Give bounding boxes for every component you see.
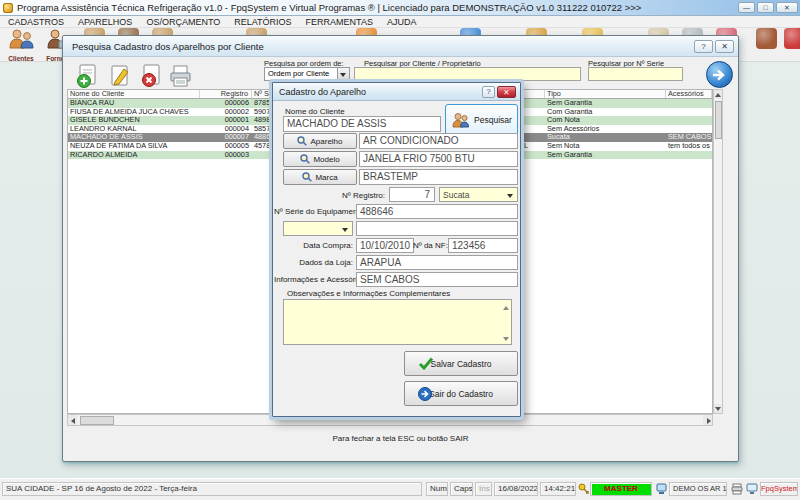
tipo-select[interactable]: Sucata bbox=[439, 187, 518, 202]
client-name-label: Nome do Cliente bbox=[285, 107, 345, 116]
dialog-help-button[interactable]: ? bbox=[482, 86, 495, 98]
table-cell-acessorios bbox=[666, 125, 712, 134]
table-cell-acessorios bbox=[666, 116, 712, 125]
data-compra-input[interactable]: 10/10/2010 bbox=[356, 238, 414, 253]
exit-button[interactable]: Sair do Cadastro bbox=[404, 381, 518, 406]
table-cell-name: RICARDO ALMEIDA bbox=[68, 151, 200, 160]
serie-input[interactable]: 488646 bbox=[356, 204, 518, 219]
save-button[interactable]: Salvar Cadastro bbox=[404, 351, 518, 376]
menu-ferramentas[interactable]: FERRAMENTAS bbox=[306, 17, 373, 27]
check-icon bbox=[418, 357, 434, 370]
modelo-lookup-button[interactable]: Modelo bbox=[283, 151, 357, 167]
vertical-scroll-thumb[interactable] bbox=[715, 101, 722, 139]
print-icon[interactable] bbox=[167, 63, 193, 89]
textarea-scroll-down-icon[interactable] bbox=[503, 337, 509, 341]
textarea-scroll-up-icon[interactable] bbox=[503, 306, 509, 310]
close-button[interactable]: ✕ bbox=[776, 2, 798, 13]
magnifier-icon bbox=[302, 172, 312, 182]
toolbar-clientes-label: Clientes bbox=[6, 55, 36, 62]
edit-record-icon[interactable] bbox=[107, 63, 133, 89]
toolbar-icon[interactable] bbox=[784, 28, 800, 49]
menu-ajuda[interactable]: AJUDA bbox=[387, 17, 417, 27]
app-titlebar[interactable]: Programa Assistência Técnica Refrigeraçã… bbox=[0, 0, 800, 16]
exit-arrow-icon bbox=[418, 387, 432, 401]
column-header[interactable]: Registro bbox=[200, 90, 252, 98]
table-cell-tipo: Com Garantia bbox=[545, 108, 666, 117]
column-header[interactable]: Nome do Cliente bbox=[68, 90, 200, 98]
search-window-titlebar[interactable]: Pesquisa Cadastro dos Aparelhos por Clie… bbox=[63, 36, 738, 57]
table-cell-name: LEANDRO KARNAL bbox=[68, 125, 200, 134]
obs-textarea[interactable] bbox=[283, 299, 512, 345]
toolbar-icon[interactable] bbox=[756, 28, 777, 49]
column-header[interactable]: Tipo bbox=[545, 90, 666, 98]
extra-select[interactable] bbox=[283, 221, 353, 236]
scroll-up-icon[interactable] bbox=[714, 90, 722, 99]
status-time: 14:42:21 bbox=[540, 482, 576, 496]
magnifier-icon bbox=[300, 154, 310, 164]
search-serial-input[interactable] bbox=[588, 67, 683, 81]
table-vertical-scrollbar[interactable] bbox=[713, 89, 723, 414]
scroll-down-icon[interactable] bbox=[714, 404, 722, 413]
scroll-right-icon[interactable] bbox=[703, 415, 712, 425]
search-go-button[interactable] bbox=[706, 61, 733, 88]
menu-aparelhos[interactable]: APARELHOS bbox=[78, 17, 132, 27]
window-footer-hint: Para fechar a tela ESC ou botão SAIR bbox=[63, 434, 738, 443]
loja-input[interactable]: ARAPUA bbox=[356, 255, 518, 270]
table-cell-name: GISELE BUNDCHEN bbox=[68, 116, 200, 125]
modelo-input[interactable]: JANELA FRIO 7500 BTU bbox=[359, 151, 518, 167]
cadastro-aparelho-dialog: Cadastro do Aparelho ? ✕ Nome do Cliente… bbox=[272, 82, 521, 417]
status-caps: Caps bbox=[450, 482, 473, 496]
client-name-input[interactable]: MACHADO DE ASSIS bbox=[283, 116, 441, 132]
dialog-search-button[interactable]: Pesquisar bbox=[445, 104, 518, 136]
table-cell-registro: 000006 bbox=[200, 99, 252, 108]
status-demo: DEMO OS AR 1.0 bbox=[669, 482, 727, 496]
table-cell-acessorios: SEM CABOS bbox=[666, 133, 712, 142]
order-by-select[interactable]: Ordem por Cliente bbox=[264, 67, 350, 81]
table-cell-name: MACHADO DE ASSIS bbox=[68, 133, 200, 142]
dialog-close-button[interactable]: ✕ bbox=[497, 86, 516, 98]
table-cell-tipo: Com Nota bbox=[545, 116, 666, 125]
minimize-button[interactable]: — bbox=[738, 2, 755, 13]
registro-label: Nº Registro: bbox=[283, 191, 385, 200]
menu-os-orcamento[interactable]: OS/ORÇAMENTO bbox=[146, 17, 220, 27]
menu-cadastros[interactable]: CADASTROS bbox=[8, 17, 64, 27]
order-by-dropdown-icon[interactable] bbox=[337, 68, 349, 80]
registro-input[interactable]: 7 bbox=[389, 187, 435, 202]
status-date: 16/08/2022 bbox=[494, 482, 538, 496]
printer-icon[interactable] bbox=[731, 483, 743, 495]
nf-input[interactable]: 123456 bbox=[448, 238, 518, 253]
delete-record-icon[interactable] bbox=[139, 63, 165, 89]
acessorios-input[interactable]: SEM CABOS bbox=[356, 272, 518, 287]
menu-relatorios[interactable]: RELATÓRIOS bbox=[234, 17, 291, 27]
horizontal-scroll-thumb[interactable] bbox=[80, 416, 114, 425]
table-cell-name: NEUZA DE FATIMA DA SILVA bbox=[68, 142, 200, 151]
aparelho-lookup-button[interactable]: Aparelho bbox=[283, 133, 357, 149]
extra-input[interactable] bbox=[356, 221, 518, 236]
toolbar-clientes-button[interactable]: Clientes bbox=[6, 28, 36, 62]
status-brand: FpqSystem bbox=[760, 482, 798, 496]
table-cell-registro: 000001 bbox=[200, 116, 252, 125]
data-compra-label: Data Compra: bbox=[274, 241, 353, 250]
nf-label: Nº da NF: bbox=[413, 241, 445, 250]
maximize-button[interactable]: □ bbox=[757, 2, 774, 13]
aparelho-input[interactable]: AR CONDICIONADO bbox=[359, 133, 518, 149]
search-people-icon bbox=[451, 112, 470, 128]
table-cell-acessorios bbox=[666, 108, 712, 117]
app-icon bbox=[3, 3, 13, 13]
column-header[interactable]: Acessórios bbox=[666, 90, 712, 98]
app-title: Programa Assistência Técnica Refrigeraçã… bbox=[17, 2, 738, 13]
search-window-help-button[interactable]: ? bbox=[694, 40, 713, 53]
table-cell-tipo: Sem Nota bbox=[545, 142, 666, 151]
table-cell-tipo: Sem Garantia bbox=[545, 99, 666, 108]
table-cell-registro: 000002 bbox=[200, 108, 252, 117]
marca-input[interactable]: BRASTEMP bbox=[359, 169, 518, 185]
search-window-title: Pesquisa Cadastro dos Aparelhos por Clie… bbox=[72, 41, 264, 52]
marca-lookup-button[interactable]: Marca bbox=[283, 169, 357, 185]
search-window-close-button[interactable]: ✕ bbox=[715, 40, 734, 53]
scroll-left-icon[interactable] bbox=[68, 415, 77, 425]
search-client-input[interactable] bbox=[354, 67, 581, 81]
monitor-icon[interactable] bbox=[746, 483, 758, 495]
table-cell-acessorios bbox=[666, 151, 712, 160]
table-cell-name: BIANCA RAU bbox=[68, 99, 200, 108]
add-record-icon[interactable] bbox=[75, 63, 101, 89]
